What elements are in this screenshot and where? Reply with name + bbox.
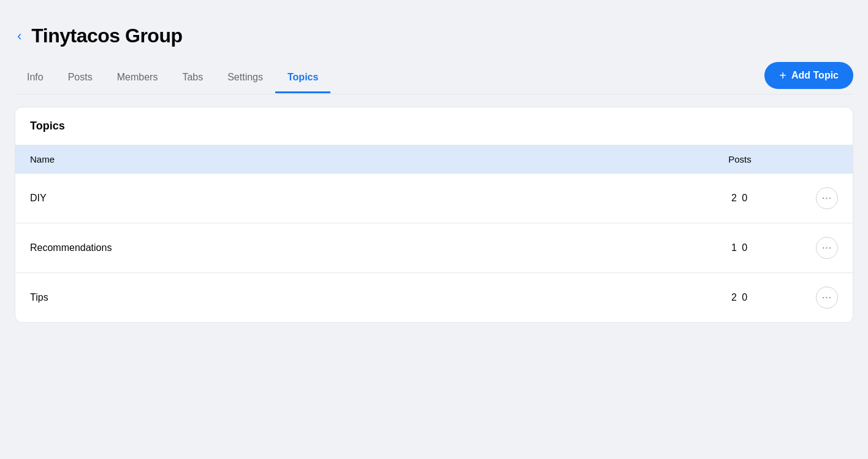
topics-card-title: Topics: [30, 120, 838, 133]
table-row: Recommendations 1 0 ···: [15, 223, 853, 273]
topic-actions-diy: ···: [801, 187, 838, 209]
more-button-tips[interactable]: ···: [816, 287, 838, 309]
nav-tabs: Info Posts Members Tabs Settings Topics: [15, 63, 330, 93]
tab-info[interactable]: Info: [15, 63, 56, 93]
nav-section: Info Posts Members Tabs Settings Topics …: [15, 62, 853, 94]
tab-members[interactable]: Members: [105, 63, 170, 93]
tab-posts[interactable]: Posts: [56, 63, 105, 93]
add-topic-button[interactable]: + Add Topic: [764, 62, 853, 89]
topic-name-tips: Tips: [30, 292, 679, 303]
tab-topics[interactable]: Topics: [275, 63, 330, 93]
page-title: Tinytacos Group: [31, 25, 182, 47]
column-posts-header: Posts: [679, 154, 801, 164]
topic-actions-tips: ···: [801, 287, 838, 309]
topic-name-diy: DIY: [30, 193, 679, 204]
back-button[interactable]: ‹: [15, 26, 24, 47]
tab-settings[interactable]: Settings: [215, 63, 275, 93]
topic-posts-diy: 2 0: [679, 193, 801, 204]
topics-card: Topics Name Posts DIY 2 0 ··· Recommenda…: [15, 107, 853, 323]
more-button-recommendations[interactable]: ···: [816, 237, 838, 259]
table-header: Name Posts: [15, 145, 853, 174]
topic-actions-recommendations: ···: [801, 237, 838, 259]
plus-icon: +: [779, 69, 786, 82]
topic-posts-recommendations: 1 0: [679, 242, 801, 253]
tab-tabs[interactable]: Tabs: [170, 63, 215, 93]
column-name-header: Name: [30, 154, 679, 164]
topics-card-header: Topics: [15, 107, 853, 145]
content-section: Topics Name Posts DIY 2 0 ··· Recommenda…: [15, 107, 853, 323]
table-row: DIY 2 0 ···: [15, 174, 853, 223]
more-button-diy[interactable]: ···: [816, 187, 838, 209]
table-row: Tips 2 0 ···: [15, 273, 853, 322]
topic-posts-tips: 2 0: [679, 292, 801, 303]
topic-name-recommendations: Recommendations: [30, 242, 679, 253]
add-topic-label: Add Topic: [791, 70, 839, 81]
